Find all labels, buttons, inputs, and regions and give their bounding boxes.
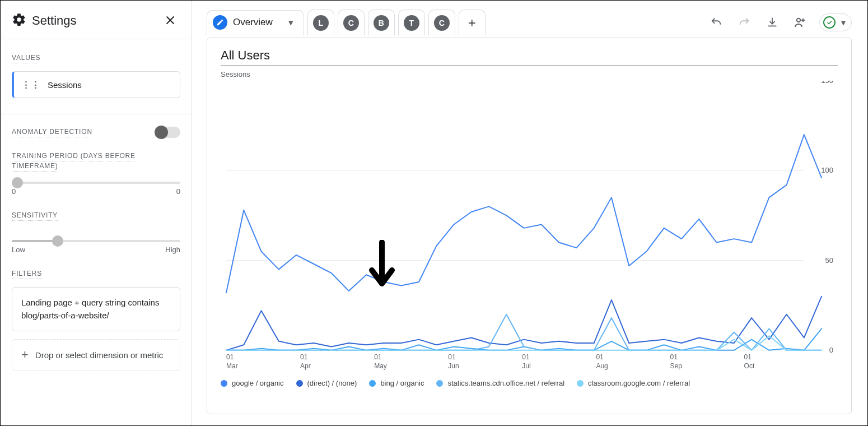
svg-text:50: 50	[825, 256, 833, 265]
sidebar-title: Settings	[32, 13, 160, 28]
redo-button[interactable]	[735, 13, 753, 31]
tab-add[interactable]: +	[459, 10, 486, 35]
undo-button[interactable]	[707, 13, 725, 31]
svg-text:01: 01	[448, 353, 456, 361]
training-min: 0	[12, 187, 16, 196]
values-chip[interactable]: ⋮⋮ Sessions	[12, 71, 180, 98]
filter-text: Landing page + query string contains blo…	[21, 298, 159, 320]
filter-chip[interactable]: Landing page + query string contains blo…	[12, 287, 180, 331]
legend-item[interactable]: bing / organic	[369, 379, 424, 387]
anomaly-heading: ANOMALY DETECTION	[12, 128, 92, 137]
tab-label: Overview	[233, 17, 273, 28]
svg-text:Apr: Apr	[300, 362, 311, 370]
mini-tab-0[interactable]: L	[307, 10, 334, 35]
svg-text:01: 01	[596, 353, 604, 361]
legend-item[interactable]: google / organic	[221, 379, 284, 387]
svg-text:Jul: Jul	[522, 362, 530, 370]
settings-sidebar: Settings VALUES ⋮⋮ Sessions ANOMALY DETE…	[1, 1, 192, 425]
legend-swatch	[296, 380, 303, 387]
mini-tab-label: C	[343, 15, 359, 31]
chart-card: All Users Sessions 05010015001Mar01Apr01…	[207, 38, 852, 414]
mini-tab-label: B	[374, 15, 389, 31]
drop-text: Drop or select dimension or metric	[35, 350, 163, 360]
close-button[interactable]	[160, 11, 180, 31]
svg-text:May: May	[374, 362, 387, 370]
download-button[interactable]	[763, 13, 781, 31]
svg-text:Jun: Jun	[448, 362, 459, 370]
chart-title: All Users	[221, 48, 838, 63]
legend-item[interactable]: statics.teams.cdn.office.net / referral	[436, 379, 564, 387]
svg-text:0: 0	[829, 346, 833, 354]
svg-text:01: 01	[226, 353, 234, 361]
main-area: Overview ▾ LCBTC + ▾ All Users S	[192, 1, 867, 425]
sidebar-header: Settings	[1, 1, 192, 39]
topbar: Overview ▾ LCBTC + ▾	[192, 1, 867, 38]
check-circle-icon	[823, 16, 836, 29]
share-button[interactable]	[791, 13, 809, 31]
sensitivity-heading: SENSITIVITY	[12, 211, 58, 221]
mini-tab-3[interactable]: T	[398, 10, 425, 35]
metric-label: Sessions	[221, 70, 838, 78]
anomaly-toggle[interactable]	[156, 127, 180, 138]
sensitivity-high: High	[165, 246, 180, 254]
svg-text:Mar: Mar	[226, 362, 238, 370]
values-heading: VALUES	[12, 54, 40, 63]
mini-tab-label: T	[404, 15, 419, 31]
mini-tab-label: L	[313, 15, 329, 31]
chevron-down-icon[interactable]: ▾	[288, 17, 293, 29]
toolbar-actions: ▾	[707, 13, 852, 31]
training-slider[interactable]	[12, 182, 180, 184]
legend-swatch	[436, 380, 443, 387]
chevron-down-icon: ▾	[841, 17, 846, 28]
gear-icon	[12, 12, 26, 29]
values-chip-label: Sessions	[48, 80, 82, 90]
legend-swatch	[221, 380, 227, 387]
svg-text:150: 150	[821, 81, 833, 85]
svg-point-0	[797, 18, 800, 22]
svg-text:01: 01	[374, 353, 382, 361]
training-max: 0	[176, 187, 180, 196]
chart-legend: google / organic(direct) / (none)bing / …	[221, 379, 838, 387]
drop-zone[interactable]: + Drop or select dimension or metric	[12, 339, 180, 371]
mini-tab-1[interactable]: C	[338, 10, 365, 35]
legend-swatch	[577, 380, 584, 387]
status-pill[interactable]: ▾	[819, 13, 852, 31]
plus-icon: +	[468, 15, 476, 31]
legend-swatch	[369, 380, 376, 387]
mini-tab-label: C	[434, 15, 450, 31]
svg-text:Oct: Oct	[744, 362, 755, 370]
svg-text:100: 100	[821, 166, 833, 174]
drag-handle-icon[interactable]: ⋮⋮	[22, 80, 41, 90]
filters-heading: FILTERS	[12, 270, 42, 279]
mini-tab-2[interactable]: B	[368, 10, 395, 35]
pencil-icon	[213, 15, 227, 30]
plus-icon: +	[21, 348, 29, 362]
svg-text:01: 01	[300, 353, 308, 361]
svg-text:01: 01	[744, 353, 752, 361]
svg-text:01: 01	[522, 353, 530, 361]
tab-overview[interactable]: Overview ▾	[207, 10, 304, 35]
legend-item[interactable]: classroom.google.com / referral	[577, 379, 690, 387]
sensitivity-slider[interactable]	[12, 240, 180, 242]
svg-text:Aug: Aug	[596, 362, 608, 370]
chart-plot: 05010015001Mar01Apr01May01Jun01Jul01Aug0…	[221, 81, 838, 372]
mini-tab-4[interactable]: C	[428, 10, 455, 35]
training-heading: TRAINING PERIOD (DAYS BEFORE TIMEFRAME)	[12, 152, 136, 172]
svg-text:Sep: Sep	[670, 362, 682, 370]
close-icon	[164, 14, 176, 28]
sensitivity-low: Low	[12, 246, 25, 254]
legend-item[interactable]: (direct) / (none)	[296, 379, 357, 387]
svg-text:01: 01	[670, 353, 678, 361]
tab-row: Overview ▾ LCBTC +	[207, 10, 486, 35]
